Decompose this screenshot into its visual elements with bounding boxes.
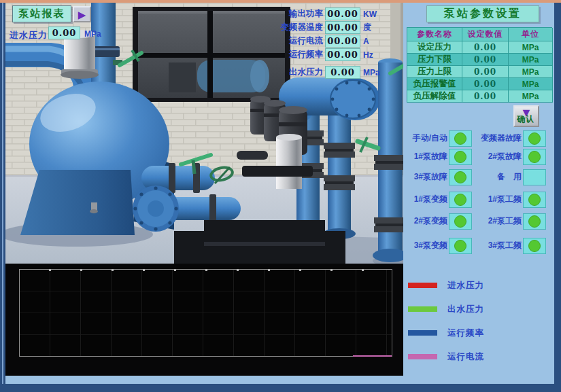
window bbox=[133, 7, 290, 102]
legend-item: 运行频率 bbox=[408, 328, 484, 338]
status-indicators: 手动/自动 变频器故障 1#泵故障 2#泵故障 3#泵故障 备 用 bbox=[406, 130, 554, 257]
indicator-row: 手动/自动 变频器故障 bbox=[406, 130, 554, 147]
metric-value: 00.00 bbox=[325, 48, 360, 61]
metric-readouts: 输出功率 00.00 KW 变频器温度 00.00 度 运行电流 00.00 A… bbox=[279, 7, 402, 62]
indicator-label: 1#泵变频 bbox=[406, 194, 447, 205]
param-name: 设定压力 bbox=[407, 41, 462, 54]
indicator-label: 1#泵工频 bbox=[473, 194, 522, 205]
metric-row-output-power: 输出功率 00.00 KW bbox=[279, 7, 402, 20]
status-lamp-pump1-mains bbox=[523, 192, 546, 208]
indicator-row: 1#泵故障 2#泵故障 bbox=[406, 148, 554, 165]
metric-unit: Hz bbox=[363, 50, 373, 60]
metric-label: 运行频率 bbox=[279, 49, 323, 60]
status-lamp-pump1-vfd bbox=[449, 192, 472, 208]
metric-row-inverter-temp: 变频器温度 00.00 度 bbox=[279, 21, 402, 34]
settings-title: 泵站参数设置 bbox=[426, 5, 539, 22]
metric-label: 输出功率 bbox=[279, 8, 323, 20]
col-header-value: 设定数值 bbox=[462, 28, 509, 41]
indicator-label: 备 用 bbox=[473, 171, 522, 183]
param-name: 负压解除值 bbox=[407, 90, 462, 103]
indicator-label: 3#泵工频 bbox=[473, 240, 522, 251]
metric-row-run-frequency: 运行频率 00.00 Hz bbox=[279, 48, 402, 61]
param-name: 负压报警值 bbox=[407, 78, 462, 90]
indicator-label: 3#泵故障 bbox=[406, 171, 447, 183]
metric-label: 运行电流 bbox=[279, 35, 323, 47]
report-play-button[interactable]: ▶ bbox=[73, 6, 91, 22]
inlet-pressure-value: 0.00 bbox=[48, 26, 80, 39]
param-unit: MPa bbox=[509, 90, 553, 103]
indicator-label: 手动/自动 bbox=[406, 132, 447, 144]
hmi-screen: 泵站报表 ▶ 进水压力 0.00 MPa 输出功率 00.00 KW 变频器温度… bbox=[0, 0, 561, 392]
metric-label: 变频器温度 bbox=[279, 22, 323, 33]
outlet-pressure-value: 0.00 bbox=[325, 66, 360, 79]
legend-label: 出水压力 bbox=[447, 304, 484, 315]
legend-label: 进水压力 bbox=[447, 280, 484, 291]
param-value-input[interactable]: 0.00 bbox=[462, 41, 509, 54]
indicator-row: 2#泵变频 2#泵工频 bbox=[406, 213, 554, 230]
indicator-row: 1#泵变频 1#泵工频 bbox=[406, 191, 554, 208]
param-unit: MPa bbox=[509, 54, 553, 66]
col-header-name: 参数名称 bbox=[407, 28, 462, 41]
run-current-trace bbox=[353, 355, 392, 357]
legend-label: 运行频率 bbox=[447, 327, 484, 339]
play-icon: ▶ bbox=[78, 10, 86, 20]
param-value-input[interactable]: 0.00 bbox=[462, 90, 509, 103]
screen-content: 泵站报表 ▶ 进水压力 0.00 MPa 输出功率 00.00 KW 变频器温度… bbox=[5, 3, 554, 384]
legend-swatch-outlet-pressure bbox=[408, 306, 437, 312]
metric-value: 00.00 bbox=[325, 35, 360, 48]
param-name: 压力下限 bbox=[407, 54, 462, 66]
indicator-label: 2#泵故障 bbox=[473, 151, 522, 162]
metric-value: 00.00 bbox=[325, 7, 360, 20]
param-value-input[interactable]: 0.00 bbox=[462, 66, 509, 78]
status-lamp-pump3-vfd bbox=[449, 238, 472, 254]
indicator-row: 3#泵变频 3#泵工频 bbox=[406, 237, 554, 254]
indicator-label: 2#泵工频 bbox=[473, 215, 522, 227]
indicator-row: 3#泵故障 备 用 bbox=[406, 168, 554, 185]
inlet-pressure-label: 进水压力 bbox=[10, 29, 48, 41]
plot-tick-marks bbox=[20, 269, 392, 271]
legend-swatch-run-current bbox=[408, 354, 437, 359]
confirm-label: 确认 bbox=[517, 113, 534, 125]
legend-item: 进水压力 bbox=[408, 281, 484, 290]
status-lamp-pump2-mains bbox=[523, 213, 546, 230]
status-lamp-vfd-fault bbox=[523, 130, 546, 147]
metric-row-run-current: 运行电流 00.00 A bbox=[279, 35, 402, 48]
status-lamp-pump1-fault bbox=[449, 149, 472, 165]
legend-item: 运行电流 bbox=[408, 352, 484, 361]
tank-pedestal bbox=[20, 170, 135, 235]
param-value-input[interactable]: 0.00 bbox=[462, 54, 509, 66]
inlet-pressure-unit: MPa bbox=[84, 29, 101, 39]
metric-unit: A bbox=[363, 37, 369, 46]
legend-label: 运行电流 bbox=[447, 351, 484, 363]
status-lamp-pump2-fault bbox=[523, 149, 546, 165]
left-bevel bbox=[2, 3, 3, 384]
indicator-label: 3#泵变频 bbox=[406, 240, 447, 251]
indicator-label: 1#泵故障 bbox=[406, 151, 447, 162]
trend-plot-area bbox=[19, 269, 392, 357]
indicator-label: 变频器故障 bbox=[473, 132, 522, 144]
legend-swatch-inlet-pressure bbox=[408, 283, 437, 288]
outlet-pressure-label: 出水压力 bbox=[279, 67, 323, 78]
status-lamp-manual-auto bbox=[449, 130, 472, 147]
status-lamp-pump2-vfd bbox=[449, 213, 472, 230]
trend-chart-panel bbox=[5, 264, 403, 376]
parameter-panel: 泵站参数设置 参数名称 设定数值 单位 设定压力 0.00 MPa 压力下限 0… bbox=[406, 3, 554, 384]
param-unit: MPa bbox=[509, 66, 553, 78]
status-lamp-pump3-fault bbox=[449, 169, 472, 185]
report-button[interactable]: 泵站报表 bbox=[12, 5, 71, 22]
param-value-input[interactable]: 0.00 bbox=[462, 78, 509, 90]
status-lamp-pump3-mains bbox=[523, 238, 546, 254]
outlet-pressure-unit: MPa bbox=[363, 68, 380, 77]
chart-legend: 进水压力 出水压力 运行频率 运行电流 bbox=[408, 281, 484, 376]
metric-value: 00.00 bbox=[325, 21, 360, 34]
col-header-unit: 单位 bbox=[509, 28, 553, 41]
param-unit: MPa bbox=[509, 41, 553, 54]
outlet-pressure-row: 出水压力 0.00 MPa bbox=[279, 66, 380, 79]
confirm-button[interactable]: ▼ 确认 bbox=[513, 105, 539, 127]
param-unit: MPa bbox=[509, 78, 553, 90]
legend-item: 出水压力 bbox=[408, 304, 484, 314]
pump-station-3d-view: 泵站报表 ▶ 进水压力 0.00 MPa 输出功率 00.00 KW 变频器温度… bbox=[5, 3, 403, 264]
param-name: 压力上限 bbox=[407, 66, 462, 78]
metric-unit: 度 bbox=[363, 22, 371, 33]
status-lamp-spare bbox=[523, 169, 546, 185]
